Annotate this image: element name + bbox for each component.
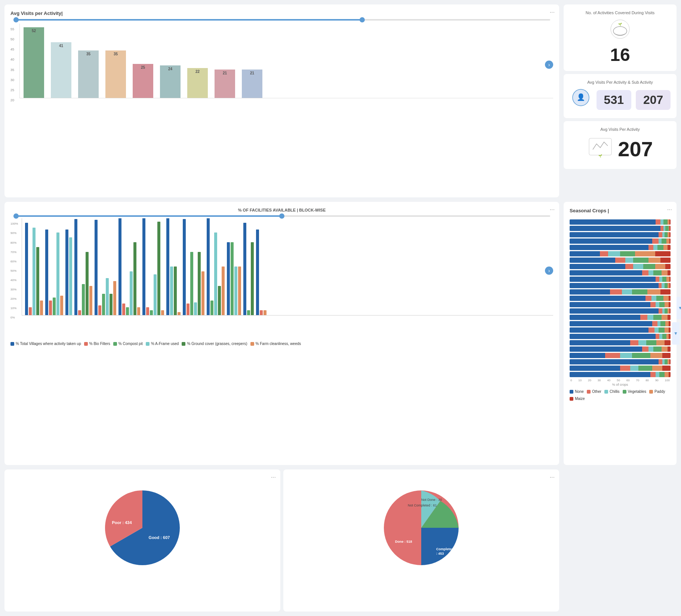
mini-bar-item <box>142 218 145 315</box>
stacked-segment <box>570 289 610 295</box>
stacked-segment <box>570 283 659 288</box>
stacked-segment <box>632 289 647 295</box>
mini-bar-item <box>154 274 157 315</box>
stacked-segment <box>659 238 662 244</box>
bar-group <box>95 220 116 315</box>
facilities-scroll-btn[interactable]: › <box>545 267 553 275</box>
legend-color <box>182 342 185 346</box>
stacked-segment <box>656 296 663 301</box>
stacked-segment <box>665 302 669 307</box>
quality-pie-panel: ··· Poor : 434 Good : 607 <box>4 469 280 612</box>
mini-bar-item <box>157 222 160 315</box>
mini-bar-item <box>247 310 250 315</box>
stacked-segment <box>630 366 638 371</box>
stacked-segment <box>570 340 630 345</box>
stacked-segment <box>657 245 663 250</box>
x-axis-crops: 0102030405060708090100 <box>570 379 671 382</box>
facilities-slider[interactable] <box>10 215 553 217</box>
avg-visits-menu[interactable]: ··· <box>550 9 555 16</box>
mini-bar-item <box>78 310 81 315</box>
filter-button[interactable]: ▼ <box>677 297 681 319</box>
stacked-segment <box>669 334 671 339</box>
svg-text:🌱: 🌱 <box>618 22 622 26</box>
stacked-segment <box>665 226 668 231</box>
stacked-bar-row <box>570 226 671 231</box>
stacked-segment <box>570 366 620 371</box>
bottom-right-placeholder <box>564 469 677 612</box>
stacked-segment <box>659 308 663 314</box>
mini-bar-item <box>40 301 43 315</box>
stacked-segment <box>653 346 662 352</box>
stacked-segment <box>665 264 671 269</box>
facilities-chart: 100%90%80%70%60%50%40%30%20%10%0% › <box>10 218 553 338</box>
stacked-bar-row <box>570 327 671 333</box>
stacked-segment <box>669 226 671 231</box>
crops-legend-item: Chillis <box>604 389 620 394</box>
stacked-segment <box>659 277 662 282</box>
stacked-segment <box>615 258 625 263</box>
facilities-menu[interactable]: ··· <box>550 206 555 213</box>
stacked-segment <box>669 277 671 282</box>
bottom-charts: ··· Poor : 434 Good : 607 ··· <box>4 469 559 612</box>
stacked-segment <box>638 340 647 345</box>
seasonal-crops-menu[interactable]: ··· <box>667 206 672 213</box>
stacked-bar-row <box>570 277 671 282</box>
crops-x-label: % of crops <box>570 383 671 386</box>
stacked-segment <box>660 219 663 225</box>
seasonal-filter-btn[interactable]: ▼ <box>672 322 680 345</box>
mini-bar-item <box>86 252 89 315</box>
stacked-segment <box>570 302 650 307</box>
mini-bar-item <box>187 304 189 315</box>
stacked-segment <box>659 232 663 237</box>
stacked-segment <box>669 372 671 377</box>
mini-bar-item <box>36 247 39 315</box>
mini-bar-item <box>25 223 28 315</box>
avg-visits-slider[interactable] <box>10 19 553 21</box>
legend-label: % A-Frame used <box>151 342 179 346</box>
stacked-segment <box>652 366 662 371</box>
stacked-segment <box>570 277 656 282</box>
stacked-segment <box>660 258 671 263</box>
mini-bar-item <box>161 310 164 315</box>
stacked-bar-row <box>570 353 671 358</box>
stacked-segment <box>638 366 653 371</box>
stacked-segment <box>655 264 665 269</box>
legend-label: % Compost pit <box>118 342 143 346</box>
mini-bar-item <box>118 218 121 315</box>
mini-bar-item <box>210 301 213 315</box>
stacked-segment <box>648 346 654 352</box>
mini-bar-item <box>74 219 77 315</box>
stacked-segment <box>570 327 648 333</box>
mini-bar-item <box>166 218 169 315</box>
chart-scroll-btn[interactable]: › <box>545 61 553 69</box>
stacked-segment <box>662 346 668 352</box>
bar-group <box>166 218 181 315</box>
stacked-segment <box>665 283 668 288</box>
stacked-segment <box>665 232 668 237</box>
legend-label: % Bio Filters <box>89 342 110 346</box>
mini-bar-item <box>170 267 173 315</box>
avg-visits-activity-value: 207 <box>618 137 653 161</box>
stacked-segment <box>654 327 659 333</box>
mini-bar-item <box>251 242 254 315</box>
completion-pie-panel: ··· Completed <box>283 469 559 612</box>
stacked-bar-row <box>570 296 671 301</box>
svg-text:Good : 607: Good : 607 <box>149 535 170 540</box>
bar-chart-inner: 524135352524222121 <box>19 24 553 98</box>
stacked-segment <box>656 219 661 225</box>
stacked-segment <box>633 264 643 269</box>
mini-bar-item <box>95 220 98 315</box>
mini-bar-item <box>231 242 234 315</box>
completion-pie-container: Completed : 453 Done : 518 Not Done : 30… <box>289 475 553 580</box>
stacked-segment <box>656 372 660 377</box>
mini-bar-item <box>190 252 193 315</box>
stacked-segment <box>650 353 662 358</box>
stacked-segment <box>669 359 671 364</box>
stacked-bar-row <box>570 366 671 371</box>
crops-legend-label: Other <box>592 389 601 394</box>
stacked-segment <box>652 321 657 326</box>
legend-label: % Ground cover (grasses, creepers) <box>187 342 247 346</box>
legend-item: % Farm cleanliness, weeds <box>250 342 301 346</box>
stacked-segment <box>669 308 671 314</box>
stacked-segment <box>656 340 665 345</box>
